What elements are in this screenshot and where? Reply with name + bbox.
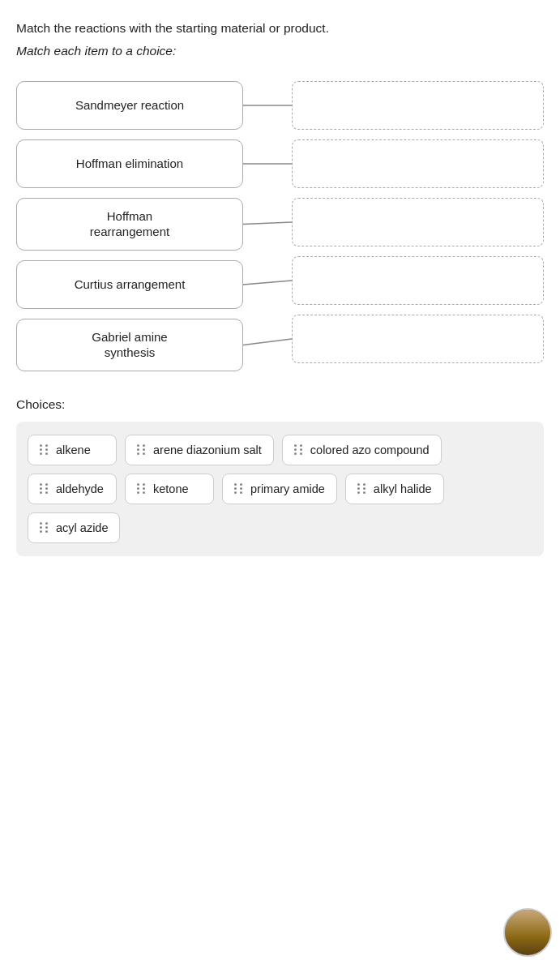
choices-section: Choices: alkene arene diazonium salt — [16, 397, 544, 556]
choice-alkene-label: alkene — [56, 444, 91, 456]
choice-acyl-azide-label: acyl azide — [56, 521, 108, 534]
connector-lines — [243, 81, 292, 371]
reaction-hoffman-rear: Hoffmanrearrangement — [16, 198, 243, 251]
reaction-gabriel: Gabriel aminesynthesis — [16, 319, 243, 371]
choices-label: Choices: — [16, 397, 544, 412]
drag-handle-icon — [234, 483, 244, 495]
drag-handle-icon — [40, 483, 49, 495]
drag-handle-icon — [357, 483, 367, 495]
choice-colored-azo-label: colored azo compound — [310, 444, 430, 456]
choice-primary-amide-label: primary amide — [250, 482, 325, 495]
choice-arene-diazonium[interactable]: arene diazonium salt — [125, 435, 274, 465]
drag-handle-icon — [40, 522, 49, 534]
choice-alkyl-halide-label: alkyl halide — [374, 482, 432, 495]
match-each-text: Match each item to a choice: — [16, 44, 544, 58]
instructions-text: Match the reactions with the starting ma… — [16, 19, 544, 37]
drag-handle-icon — [137, 444, 147, 456]
drag-handle-icon — [40, 444, 49, 456]
choices-container: alkene arene diazonium salt colored azo … — [16, 422, 544, 556]
svg-line-3 — [243, 281, 292, 285]
right-column[interactable] — [292, 81, 544, 371]
svg-line-4 — [243, 339, 292, 345]
choice-ketone[interactable]: ketone — [125, 474, 214, 504]
drag-handle-icon — [294, 444, 304, 456]
choice-ketone-label: ketone — [153, 482, 189, 495]
choice-aldehyde[interactable]: aldehyde — [28, 474, 117, 504]
drop-box-1[interactable] — [292, 81, 544, 130]
choice-arene-diazonium-label: arene diazonium salt — [153, 444, 262, 456]
choice-colored-azo[interactable]: colored azo compound — [282, 435, 442, 465]
choice-primary-amide[interactable]: primary amide — [222, 474, 337, 504]
left-column: Sandmeyer reaction Hoffman elimination H… — [16, 81, 243, 371]
matching-area: Sandmeyer reaction Hoffman elimination H… — [16, 81, 544, 371]
choice-aldehyde-label: aldehyde — [56, 482, 104, 495]
connector-area — [243, 81, 292, 371]
reaction-hoffman-elim: Hoffman elimination — [16, 139, 243, 188]
reaction-curtius: Curtius arrangement — [16, 260, 243, 309]
avatar — [503, 908, 552, 957]
drop-box-2[interactable] — [292, 139, 544, 188]
choice-alkyl-halide[interactable]: alkyl halide — [345, 474, 444, 504]
reaction-sandmeyer: Sandmeyer reaction — [16, 81, 243, 130]
drop-box-3[interactable] — [292, 198, 544, 246]
drop-box-5[interactable] — [292, 315, 544, 363]
choice-acyl-azide[interactable]: acyl azide — [28, 512, 120, 543]
drag-handle-icon — [137, 483, 147, 495]
choice-alkene[interactable]: alkene — [28, 435, 117, 465]
svg-line-2 — [243, 222, 292, 225]
drop-box-4[interactable] — [292, 256, 544, 305]
